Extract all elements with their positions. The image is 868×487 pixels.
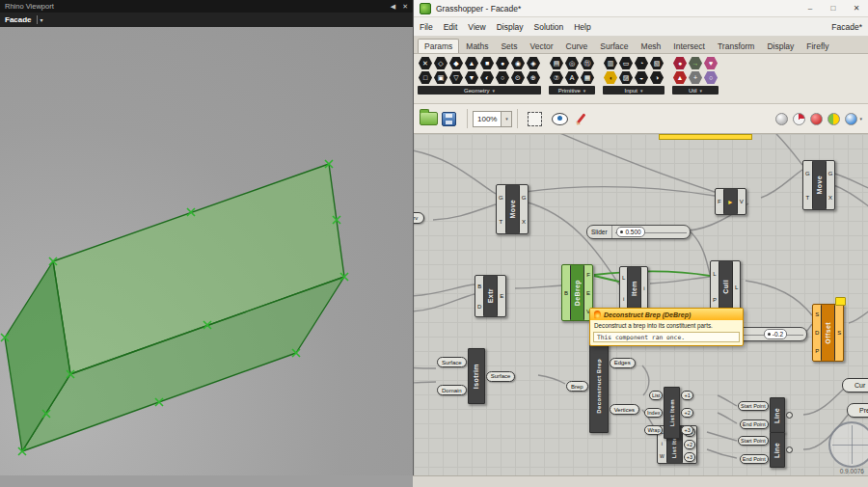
gh-tab[interactable]: Sets [495, 40, 523, 53]
output-param[interactable]: Edges [610, 358, 636, 368]
toolbar-icon[interactable]: ◆ [449, 57, 464, 70]
component-core[interactable]: Line [770, 397, 785, 433]
gh-tab[interactable]: Intersect [667, 40, 711, 53]
component-offset-warning[interactable]: SDP Offset S [812, 304, 844, 362]
slider-track[interactable]: 0.500 [612, 226, 690, 238]
component-item[interactable]: Li Item i [619, 266, 648, 311]
component-core[interactable]: Deconstruct Brep [589, 339, 609, 433]
toolbar-icon[interactable]: ◇ [434, 57, 448, 70]
input-port[interactable]: W [660, 454, 665, 459]
group-marker[interactable] [659, 134, 752, 140]
toolbar-icon[interactable]: ● [673, 57, 688, 70]
input-port[interactable]: P [815, 348, 819, 354]
gh-titlebar[interactable]: Grasshopper - Facade* –□✕ [414, 0, 868, 17]
toolbar-icon[interactable]: ▦ [581, 71, 595, 85]
gh-tab[interactable]: Display [761, 40, 800, 53]
zoom-level[interactable]: 100% [473, 111, 502, 127]
warning-balloon-icon[interactable] [835, 297, 846, 306]
input-param[interactable]: Surface [437, 357, 467, 367]
input-port[interactable]: D [477, 304, 481, 310]
component-core[interactable]: List Item [664, 387, 680, 439]
toolbar-icon[interactable]: ◐ [480, 71, 495, 85]
input-param[interactable]: End Point [740, 419, 769, 429]
output-param[interactable]: Surface [486, 371, 516, 382]
input-port[interactable]: G [805, 171, 810, 176]
component-core[interactable]: Cull [719, 261, 733, 312]
output-port[interactable]: G [522, 195, 527, 201]
output-port[interactable]: L [735, 284, 738, 290]
menu-item[interactable]: Help [574, 22, 590, 32]
document-preview-icon[interactable] [845, 113, 857, 125]
output-port[interactable] [786, 412, 793, 419]
input-port[interactable]: D [815, 330, 819, 336]
input-param[interactable]: End Point [740, 454, 769, 464]
output-param[interactable]: +3 [684, 452, 695, 462]
component-core[interactable]: Extr [483, 276, 498, 316]
canvas-compass-widget[interactable] [828, 421, 868, 468]
menu-item[interactable]: Display [497, 22, 524, 32]
component-core[interactable]: ▸ [723, 189, 738, 214]
gh-tab[interactable]: Vector [524, 40, 558, 53]
toolbar-icon[interactable]: ▼ [465, 71, 479, 85]
sketch-pen-icon[interactable] [577, 113, 586, 123]
number-slider[interactable]: Slider 0.500 [586, 225, 691, 239]
group-label[interactable]: Geometry▾ [418, 86, 541, 95]
input-port[interactable]: T [500, 219, 503, 225]
input-port[interactable]: P [713, 297, 717, 303]
input-port[interactable]: S [815, 311, 819, 317]
input-param[interactable]: Start Point [738, 436, 769, 446]
output-port[interactable]: i [643, 285, 644, 291]
group-label[interactable]: Util▾ [672, 86, 719, 95]
toolbar-icon[interactable]: ○ [496, 71, 510, 85]
close-button[interactable]: ✕ [845, 0, 868, 16]
output-port[interactable]: E [586, 290, 590, 296]
toolbar-icon[interactable]: ▤ [550, 57, 564, 70]
component-cull[interactable]: LP Cull L [710, 260, 741, 313]
output-port[interactable]: S [837, 330, 841, 336]
output-port[interactable]: E [500, 293, 503, 299]
output-param[interactable]: +1 [681, 391, 692, 400]
maximize-button[interactable]: □ [822, 0, 845, 16]
gh-tab[interactable]: Firefly [800, 40, 834, 53]
toolbar-icon[interactable]: ▨ [619, 71, 634, 85]
toolbar-icon[interactable]: ◎ [565, 57, 580, 70]
output-param[interactable]: +2 [684, 440, 695, 449]
selection-rectangle-icon[interactable] [528, 112, 542, 126]
param-curve[interactable]: Cur [842, 378, 868, 392]
component-gate[interactable]: F ▸ V [715, 188, 746, 215]
input-port[interactable]: i [662, 442, 663, 446]
slider-grip[interactable]: -0.2 [764, 329, 787, 339]
output-port[interactable]: X [522, 219, 526, 225]
toolbar-icon[interactable]: ▲ [465, 57, 479, 70]
save-file-icon[interactable] [442, 112, 456, 126]
input-param[interactable]: Index [644, 408, 663, 418]
input-port[interactable]: F [718, 199, 721, 204]
toolbar-icon[interactable]: ● [496, 57, 510, 70]
rhino-viewport[interactable] [0, 27, 413, 475]
component-core[interactable]: Isotrim [468, 348, 485, 404]
component-core[interactable]: Line [770, 432, 785, 468]
gh-tab[interactable]: Mesh [636, 40, 667, 53]
toolbar-icon[interactable]: + [689, 71, 703, 85]
input-param[interactable]: Domain [437, 385, 467, 395]
toolbar-icon[interactable]: ⑦ [550, 71, 564, 85]
slider-grip[interactable]: 0.500 [616, 227, 644, 237]
component-extrude[interactable]: BD Extr E [475, 275, 506, 317]
output-port[interactable]: X [828, 195, 832, 201]
group-label[interactable]: Primitive▾ [549, 86, 595, 95]
toolbar-icon[interactable]: ▣ [434, 71, 448, 85]
close-icon[interactable]: ✕ [402, 3, 408, 10]
toolbar-icon[interactable]: ◔ [635, 57, 649, 70]
input-param[interactable]: Wrap [644, 425, 663, 435]
gh-tab[interactable]: Surface [594, 40, 634, 53]
component-core[interactable]: Move [812, 161, 827, 209]
input-port[interactable]: T [806, 195, 810, 201]
component-deconstruct-brep[interactable]: Brep Deconstruct Brep EdgesVertices [565, 339, 640, 433]
output-port[interactable] [786, 446, 793, 453]
preview-off-icon[interactable] [775, 113, 788, 125]
toolbar-icon[interactable]: → [689, 57, 703, 70]
collapse-icon[interactable]: ◀ [391, 3, 395, 10]
input-param[interactable]: Start Point [738, 401, 769, 411]
gh-canvas[interactable]: Crv GT Move GX Slider 0.500 F ▸ V GT Mov… [414, 134, 868, 475]
component-move[interactable]: GT Move GX [802, 160, 835, 210]
